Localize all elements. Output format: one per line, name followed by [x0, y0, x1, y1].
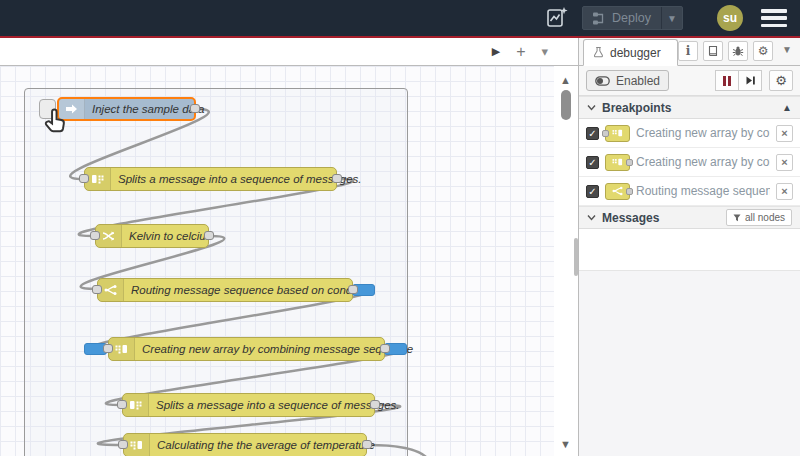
- main-menu-button[interactable]: [761, 9, 787, 27]
- breakpoint-checkbox[interactable]: ✓: [586, 156, 599, 169]
- info-tab-button[interactable]: i: [678, 41, 698, 61]
- switch-node-icon: [605, 183, 630, 200]
- node-label: Creating new array by combining message …: [142, 338, 413, 360]
- remove-breakpoint-button[interactable]: ×: [776, 125, 793, 142]
- pause-icon: [723, 76, 726, 86]
- workspace-area: ▶ + ▾: [0, 38, 578, 456]
- flow-list-button[interactable]: ▾: [541, 45, 548, 58]
- sidebar-background: [579, 271, 800, 456]
- app-header: Deploy ▼ su: [0, 0, 800, 38]
- debugger-settings-button[interactable]: ⚙: [769, 70, 793, 91]
- node-label: Kelvin to celcius: [129, 225, 211, 247]
- breakpoints-section-header[interactable]: Breakpoints ▲: [579, 96, 800, 119]
- gear-icon: ⚙: [775, 73, 787, 88]
- step-icon: [745, 75, 756, 86]
- join-node-icon: [605, 154, 630, 171]
- debug-tab-button[interactable]: [728, 41, 748, 61]
- node-inject[interactable]: Inject the sample data: [57, 97, 196, 121]
- chevron-down-icon: [587, 104, 596, 111]
- assistant-icon: [545, 6, 569, 30]
- join-node-icon: [605, 125, 630, 142]
- sidebar: debugger i ⚙: [578, 38, 800, 456]
- output-port[interactable]: [370, 400, 380, 409]
- scroll-up-arrow[interactable]: ▲: [560, 74, 571, 86]
- messages-title: Messages: [602, 211, 659, 225]
- output-port[interactable]: [362, 440, 372, 449]
- book-icon: [707, 45, 719, 57]
- deploy-button[interactable]: Deploy ▼: [582, 6, 683, 30]
- input-port[interactable]: [92, 285, 102, 294]
- deploy-label: Deploy: [612, 11, 651, 25]
- node-label: Calculating the the average of temperatu…: [157, 434, 375, 456]
- assistant-button[interactable]: [544, 5, 570, 31]
- output-port[interactable]: [332, 174, 342, 183]
- step-button[interactable]: [738, 70, 762, 91]
- add-flow-button[interactable]: +: [516, 44, 525, 60]
- enabled-label: Enabled: [616, 74, 660, 88]
- node-label: Routing message sequence based on condit…: [131, 279, 373, 301]
- node-label: Inject the sample data: [92, 99, 205, 119]
- flask-icon: [592, 46, 604, 59]
- pause-button[interactable]: [715, 70, 739, 91]
- deploy-options-button[interactable]: ▼: [662, 7, 682, 29]
- sidebar-tabbar: debugger i ⚙: [579, 38, 800, 66]
- node-change[interactable]: Kelvin to celcius: [95, 224, 209, 248]
- breakpoint-label: Routing message sequence based on condit…: [636, 184, 770, 198]
- help-tab-button[interactable]: [703, 41, 723, 61]
- hamburger-icon: [761, 9, 787, 13]
- output-port[interactable]: [348, 285, 358, 294]
- tab-debugger[interactable]: debugger: [583, 39, 678, 66]
- node-join-1[interactable]: Creating new array by combining message …: [108, 337, 385, 361]
- tab-debugger-label: debugger: [610, 46, 661, 60]
- messages-section-header[interactable]: Messages all nodes: [579, 206, 800, 229]
- messages-empty-list: [579, 229, 800, 271]
- input-port[interactable]: [90, 231, 100, 240]
- bug-icon: [732, 45, 744, 57]
- deploy-icon: [593, 12, 606, 25]
- sidebar-tab-menu-button[interactable]: ▼: [778, 44, 794, 59]
- remove-breakpoint-button[interactable]: ×: [776, 154, 793, 171]
- breakpoints-title: Breakpoints: [602, 101, 671, 115]
- message-filter-button[interactable]: all nodes: [726, 209, 792, 226]
- input-port[interactable]: [103, 344, 113, 353]
- breakpoint-label: Creating new array by combining message …: [636, 155, 770, 169]
- debugger-enabled-toggle[interactable]: Enabled: [586, 70, 669, 91]
- breakpoint-label: Creating new array by combining message …: [636, 126, 770, 140]
- chevron-down-icon: [587, 214, 596, 221]
- gear-icon: ⚙: [758, 44, 769, 58]
- breakpoint-checkbox[interactable]: ✓: [586, 185, 599, 198]
- breakpoint-row: ✓ Creating new array by combining messag…: [579, 148, 800, 177]
- flow-canvas[interactable]: Inject the sample data Splits a message …: [0, 66, 578, 456]
- input-port[interactable]: [118, 440, 128, 449]
- scroll-down-arrow[interactable]: ▼: [560, 438, 571, 450]
- output-port[interactable]: [190, 104, 200, 113]
- breakpoint-row: ✓ Creating new array by combining messag…: [579, 119, 800, 148]
- toggle-icon: [595, 76, 610, 86]
- node-label: Splits a message into a sequence of mess…: [156, 394, 400, 416]
- workspace-tabbar: ▶ + ▾: [0, 38, 578, 66]
- breakpoint-row: ✓ Routing message sequence based on cond…: [579, 177, 800, 206]
- node-split-1[interactable]: Splits a message into a sequence of mess…: [84, 167, 337, 191]
- config-tab-button[interactable]: ⚙: [753, 41, 773, 61]
- debugger-toolbar: Enabled ⚙: [579, 66, 800, 96]
- main-area: ▶ + ▾: [0, 38, 800, 456]
- node-join-2[interactable]: Calculating the the average of temperatu…: [123, 433, 367, 456]
- cursor-hand-icon: [42, 108, 68, 136]
- input-port[interactable]: [117, 400, 127, 409]
- tab-scroll-right-button[interactable]: ▶: [492, 46, 500, 57]
- remove-breakpoint-button[interactable]: ×: [776, 183, 793, 200]
- user-avatar[interactable]: su: [717, 5, 743, 31]
- input-port[interactable]: [79, 174, 89, 183]
- scroll-to-top-arrow[interactable]: ▲: [782, 102, 792, 113]
- node-label: Splits a message into a sequence of mess…: [118, 168, 362, 190]
- breakpoint-checkbox[interactable]: ✓: [586, 127, 599, 140]
- node-split-2[interactable]: Splits a message into a sequence of mess…: [122, 393, 375, 417]
- filter-funnel-icon: [733, 214, 741, 222]
- sidebar-resize-handle[interactable]: [574, 238, 578, 276]
- output-port[interactable]: [380, 344, 390, 353]
- node-switch[interactable]: Routing message sequence based on condit…: [97, 278, 353, 302]
- output-port[interactable]: [204, 231, 214, 240]
- canvas-scrollbar-thumb[interactable]: [561, 90, 571, 120]
- filter-label: all nodes: [745, 212, 785, 223]
